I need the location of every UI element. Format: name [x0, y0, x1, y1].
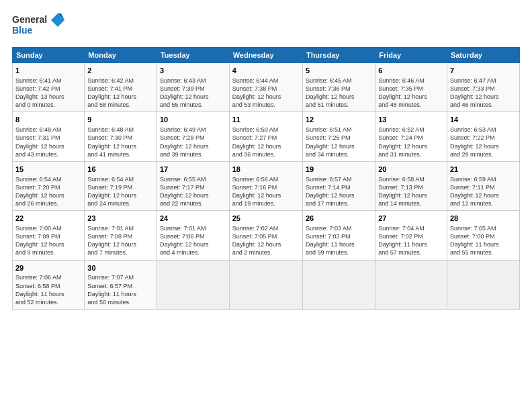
day-info: Sunrise: 6:51 AM Sunset: 7:25 PM Dayligh…	[306, 126, 372, 158]
day-number: 3	[160, 66, 226, 76]
day-header: Wednesday	[229, 48, 302, 63]
day-cell: 30Sunrise: 7:07 AM Sunset: 6:57 PM Dayli…	[85, 260, 157, 309]
day-number: 10	[160, 115, 226, 125]
week-row: 22Sunrise: 7:00 AM Sunset: 7:09 PM Dayli…	[13, 211, 520, 260]
svg-text:Blue: Blue	[12, 25, 33, 36]
day-header: Friday	[375, 48, 447, 63]
day-number: 2	[87, 66, 154, 76]
day-cell: 18Sunrise: 6:56 AM Sunset: 7:16 PM Dayli…	[229, 161, 302, 210]
day-number: 4	[232, 66, 300, 76]
day-number: 6	[378, 66, 444, 76]
day-info: Sunrise: 6:42 AM Sunset: 7:41 PM Dayligh…	[87, 77, 154, 109]
day-number: 13	[378, 115, 444, 125]
calendar-body: 1Sunrise: 6:41 AM Sunset: 7:42 PM Daylig…	[13, 63, 520, 310]
day-info: Sunrise: 6:48 AM Sunset: 7:31 PM Dayligh…	[15, 126, 81, 158]
day-number: 16	[87, 165, 154, 175]
day-number: 20	[378, 165, 444, 175]
day-info: Sunrise: 6:49 AM Sunset: 7:28 PM Dayligh…	[160, 126, 226, 158]
calendar-header: SundayMondayTuesdayWednesdayThursdayFrid…	[13, 48, 520, 63]
day-info: Sunrise: 7:02 AM Sunset: 7:05 PM Dayligh…	[232, 224, 300, 257]
day-header: Monday	[85, 48, 157, 63]
logo: General Blue	[12, 12, 66, 40]
day-number: 21	[450, 165, 517, 175]
day-cell: 23Sunrise: 7:01 AM Sunset: 7:08 PM Dayli…	[85, 211, 157, 260]
day-number: 17	[160, 165, 226, 175]
day-number: 15	[15, 165, 81, 175]
day-number: 30	[87, 263, 154, 273]
day-cell: 29Sunrise: 7:06 AM Sunset: 6:58 PM Dayli…	[13, 260, 85, 309]
day-info: Sunrise: 7:03 AM Sunset: 7:03 PM Dayligh…	[306, 224, 372, 257]
day-number: 8	[15, 115, 81, 125]
week-row: 29Sunrise: 7:06 AM Sunset: 6:58 PM Dayli…	[13, 260, 520, 309]
day-number: 25	[232, 214, 300, 224]
day-number: 11	[232, 115, 300, 125]
day-info: Sunrise: 6:54 AM Sunset: 7:19 PM Dayligh…	[87, 175, 154, 208]
day-info: Sunrise: 6:50 AM Sunset: 7:27 PM Dayligh…	[232, 126, 300, 158]
header: General Blue	[12, 12, 520, 40]
day-cell: 8Sunrise: 6:48 AM Sunset: 7:31 PM Daylig…	[13, 112, 85, 161]
day-cell: 19Sunrise: 6:57 AM Sunset: 7:14 PM Dayli…	[302, 161, 375, 210]
day-cell	[229, 260, 302, 309]
day-info: Sunrise: 6:52 AM Sunset: 7:24 PM Dayligh…	[378, 126, 444, 158]
day-cell: 24Sunrise: 7:01 AM Sunset: 7:06 PM Dayli…	[157, 211, 229, 260]
day-cell: 27Sunrise: 7:04 AM Sunset: 7:02 PM Dayli…	[375, 211, 447, 260]
day-info: Sunrise: 6:45 AM Sunset: 7:36 PM Dayligh…	[306, 77, 372, 109]
day-cell: 2Sunrise: 6:42 AM Sunset: 7:41 PM Daylig…	[85, 63, 157, 112]
day-cell	[375, 260, 447, 309]
day-number: 28	[450, 214, 517, 224]
day-number: 9	[87, 115, 154, 125]
day-cell	[302, 260, 375, 309]
header-row: SundayMondayTuesdayWednesdayThursdayFrid…	[13, 48, 520, 63]
day-info: Sunrise: 6:57 AM Sunset: 7:14 PM Dayligh…	[306, 175, 372, 208]
day-cell: 20Sunrise: 6:58 AM Sunset: 7:13 PM Dayli…	[375, 161, 447, 210]
day-cell: 21Sunrise: 6:59 AM Sunset: 7:11 PM Dayli…	[447, 161, 519, 210]
day-cell: 3Sunrise: 6:43 AM Sunset: 7:39 PM Daylig…	[157, 63, 229, 112]
day-info: Sunrise: 6:44 AM Sunset: 7:38 PM Dayligh…	[232, 77, 300, 109]
day-info: Sunrise: 7:01 AM Sunset: 7:06 PM Dayligh…	[160, 224, 226, 257]
day-header: Thursday	[302, 48, 375, 63]
day-cell: 11Sunrise: 6:50 AM Sunset: 7:27 PM Dayli…	[229, 112, 302, 161]
day-cell: 26Sunrise: 7:03 AM Sunset: 7:03 PM Dayli…	[302, 211, 375, 260]
calendar-table: SundayMondayTuesdayWednesdayThursdayFrid…	[12, 47, 520, 310]
day-cell: 13Sunrise: 6:52 AM Sunset: 7:24 PM Dayli…	[375, 112, 447, 161]
day-cell: 15Sunrise: 6:54 AM Sunset: 7:20 PM Dayli…	[13, 161, 85, 210]
week-row: 8Sunrise: 6:48 AM Sunset: 7:31 PM Daylig…	[13, 112, 520, 161]
day-header: Saturday	[447, 48, 519, 63]
day-info: Sunrise: 7:05 AM Sunset: 7:00 PM Dayligh…	[450, 224, 517, 257]
day-cell	[157, 260, 229, 309]
day-number: 14	[450, 115, 517, 125]
logo-svg: General Blue	[12, 12, 66, 40]
day-info: Sunrise: 6:55 AM Sunset: 7:17 PM Dayligh…	[160, 175, 226, 208]
day-number: 5	[306, 66, 372, 76]
day-info: Sunrise: 7:00 AM Sunset: 7:09 PM Dayligh…	[15, 224, 81, 257]
day-number: 23	[87, 214, 154, 224]
day-number: 12	[306, 115, 372, 125]
day-number: 29	[15, 263, 81, 273]
day-info: Sunrise: 7:06 AM Sunset: 6:58 PM Dayligh…	[15, 273, 81, 306]
day-cell: 7Sunrise: 6:47 AM Sunset: 7:33 PM Daylig…	[447, 63, 519, 112]
day-info: Sunrise: 6:47 AM Sunset: 7:33 PM Dayligh…	[450, 77, 517, 109]
day-number: 18	[232, 165, 300, 175]
day-cell: 4Sunrise: 6:44 AM Sunset: 7:38 PM Daylig…	[229, 63, 302, 112]
day-info: Sunrise: 6:43 AM Sunset: 7:39 PM Dayligh…	[160, 77, 226, 109]
day-cell: 22Sunrise: 7:00 AM Sunset: 7:09 PM Dayli…	[13, 211, 85, 260]
week-row: 1Sunrise: 6:41 AM Sunset: 7:42 PM Daylig…	[13, 63, 520, 112]
day-number: 22	[15, 214, 81, 224]
day-number: 26	[306, 214, 372, 224]
day-cell: 5Sunrise: 6:45 AM Sunset: 7:36 PM Daylig…	[302, 63, 375, 112]
day-cell: 28Sunrise: 7:05 AM Sunset: 7:00 PM Dayli…	[447, 211, 519, 260]
day-cell: 6Sunrise: 6:46 AM Sunset: 7:35 PM Daylig…	[375, 63, 447, 112]
day-info: Sunrise: 6:53 AM Sunset: 7:22 PM Dayligh…	[450, 126, 517, 158]
day-info: Sunrise: 7:01 AM Sunset: 7:08 PM Dayligh…	[87, 224, 154, 257]
day-info: Sunrise: 7:04 AM Sunset: 7:02 PM Dayligh…	[378, 224, 444, 257]
svg-text:General: General	[12, 14, 47, 25]
day-cell: 12Sunrise: 6:51 AM Sunset: 7:25 PM Dayli…	[302, 112, 375, 161]
day-info: Sunrise: 6:46 AM Sunset: 7:35 PM Dayligh…	[378, 77, 444, 109]
day-cell: 16Sunrise: 6:54 AM Sunset: 7:19 PM Dayli…	[85, 161, 157, 210]
day-cell: 14Sunrise: 6:53 AM Sunset: 7:22 PM Dayli…	[447, 112, 519, 161]
page: General Blue SundayMondayTuesdayWednesda…	[0, 0, 532, 411]
day-info: Sunrise: 6:54 AM Sunset: 7:20 PM Dayligh…	[15, 175, 81, 208]
day-number: 24	[160, 214, 226, 224]
day-info: Sunrise: 7:07 AM Sunset: 6:57 PM Dayligh…	[87, 273, 154, 306]
day-header: Sunday	[13, 48, 85, 63]
